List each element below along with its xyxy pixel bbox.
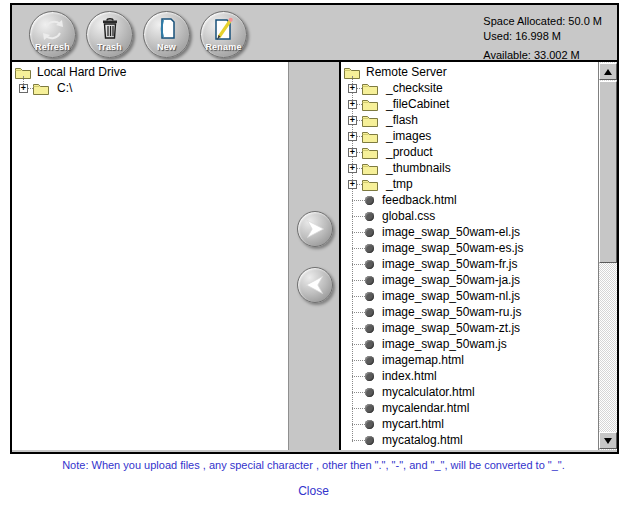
new-button[interactable]: New [143,11,190,58]
remote-root-label[interactable]: Remote Server [366,65,447,79]
scroll-up-icon [604,69,612,75]
remote-root-row[interactable]: Remote Server [341,64,617,80]
file-icon [365,196,374,205]
tree-item-label[interactable]: mycalculator.html [382,385,475,399]
expand-icon[interactable]: + [348,100,357,109]
tree-row-file[interactable]: image_swap_50wam-el.js [341,224,617,240]
tree-item-label[interactable]: image_swap_50wam-el.js [382,225,520,239]
tree-row-file[interactable]: index.html [341,368,617,384]
tree-item-label[interactable]: image_swap_50wam-es.js [382,241,523,255]
tree-connector [352,312,365,313]
refresh-button[interactable]: Refresh [29,11,76,58]
tree-row-file[interactable]: image_swap_50wam-nl.js [341,288,617,304]
local-root-row[interactable]: Local Hard Drive [12,64,288,80]
tree-connector [352,424,365,425]
upload-button[interactable] [297,211,333,247]
file-icon [365,228,374,237]
tree-row-file[interactable]: image_swap_50wam-ru.js [341,304,617,320]
expand-icon[interactable]: + [348,116,357,125]
tree-row-folder[interactable]: + _thumbnails [341,160,617,176]
tree-connector [352,280,365,281]
tree-item-label[interactable]: mycart.html [382,417,444,431]
expand-icon[interactable]: + [348,148,357,157]
tree-connector [352,216,365,217]
scrollbar-thumb[interactable] [599,81,617,263]
upload-note: Note: When you upload files , any specia… [0,459,627,471]
tree-row-folder[interactable]: + _product [341,144,617,160]
tree-row-c-drive[interactable]: + C:\ [12,80,288,96]
left-arrow-icon [298,268,332,302]
new-button-label: New [144,42,189,52]
tree-item-label[interactable]: index.html [382,369,437,383]
tree-item-label[interactable]: _checksite [386,81,443,95]
scroll-down-button[interactable] [599,432,617,449]
tree-item-label[interactable]: image_swap_50wam-nl.js [382,289,520,303]
scroll-up-button[interactable] [599,63,617,80]
folder-icon [362,162,378,175]
tree-item-label[interactable]: C:\ [57,81,72,95]
trash-button[interactable]: Trash [86,11,133,58]
tree-row-file[interactable]: global.css [341,208,617,224]
tree-row-file[interactable]: mycalendar.html [341,400,617,416]
tree-item-label[interactable]: image_swap_50wam-ja.js [382,273,520,287]
tree-row-file[interactable]: feedback.html [341,192,617,208]
tree-item-label[interactable]: image_swap_50wam-zt.js [382,321,520,335]
rename-button[interactable]: Rename [200,11,247,58]
expand-icon[interactable]: + [348,84,357,93]
expand-icon[interactable]: + [348,180,357,189]
tree-item-label[interactable]: _fileCabinet [386,97,449,111]
tree-row-file[interactable]: imagemap.html [341,352,617,368]
tree-item-label[interactable]: mycalendar.html [382,401,469,415]
tree-row-file[interactable]: image_swap_50wam-ja.js [341,272,617,288]
folder-icon [362,98,378,111]
tree-connector [352,376,365,377]
tree-row-folder[interactable]: + _tmp [341,176,617,192]
tree-row-folder[interactable]: + _images [341,128,617,144]
expand-icon[interactable]: + [19,84,28,93]
tree-item-label[interactable]: image_swap_50wam.js [382,337,507,351]
tree-connector [352,296,365,297]
rename-icon [211,16,237,43]
expand-icon[interactable]: + [348,132,357,141]
refresh-button-label: Refresh [30,42,75,52]
local-root-label[interactable]: Local Hard Drive [37,65,126,79]
tree-item-label[interactable]: _thumbnails [386,161,451,175]
tree-item-label[interactable]: imagemap.html [382,353,464,367]
tree-connector [352,232,365,233]
vertical-scrollbar[interactable] [598,62,617,450]
tree-item-label[interactable]: image_swap_50wam-ru.js [382,305,521,319]
close-link[interactable]: Close [298,484,329,498]
folder-icon [362,82,378,95]
file-icon [365,276,374,285]
tree-row-file[interactable]: image_swap_50wam-es.js [341,240,617,256]
tree-item-label[interactable]: _product [386,145,433,159]
tree-item-label[interactable]: _images [386,129,431,143]
tree-row-file[interactable]: image_swap_50wam-zt.js [341,320,617,336]
tree-row-file[interactable]: image_swap_50wam-fr.js [341,256,617,272]
tree-row-folder[interactable]: + _checksite [341,80,617,96]
tree-row-folder[interactable]: + _fileCabinet [341,96,617,112]
tree-item-label[interactable]: global.css [382,209,435,223]
tree-row-file[interactable]: image_swap_50wam.js [341,336,617,352]
tree-item-label[interactable]: _flash [386,113,418,127]
tree-item-label[interactable]: mycatalog.html [382,433,463,447]
file-icon [365,212,374,221]
file-icon [365,420,374,429]
tree-row-file[interactable]: mycart.html [341,416,617,432]
tree-row-file[interactable]: mycatalog.html [341,432,617,448]
tree-connector [352,440,365,441]
file-icon [365,340,374,349]
tree-row-folder[interactable]: + _flash [341,112,617,128]
file-icon [365,388,374,397]
tree-item-label[interactable]: feedback.html [382,193,457,207]
download-button[interactable] [297,267,333,303]
tree-item-label[interactable]: image_swap_50wam-fr.js [382,257,517,271]
expand-icon[interactable]: + [348,164,357,173]
tree-connector [352,408,365,409]
tree-item-label[interactable]: _tmp [386,177,413,191]
space-allocated-text: Space Allocated: 50.0 M [483,14,602,29]
main-area: Local Hard Drive + C:\ [12,62,617,450]
tree-row-file[interactable]: mycalculator.html [341,384,617,400]
tree-connector [352,264,365,265]
folder-icon [33,82,49,95]
